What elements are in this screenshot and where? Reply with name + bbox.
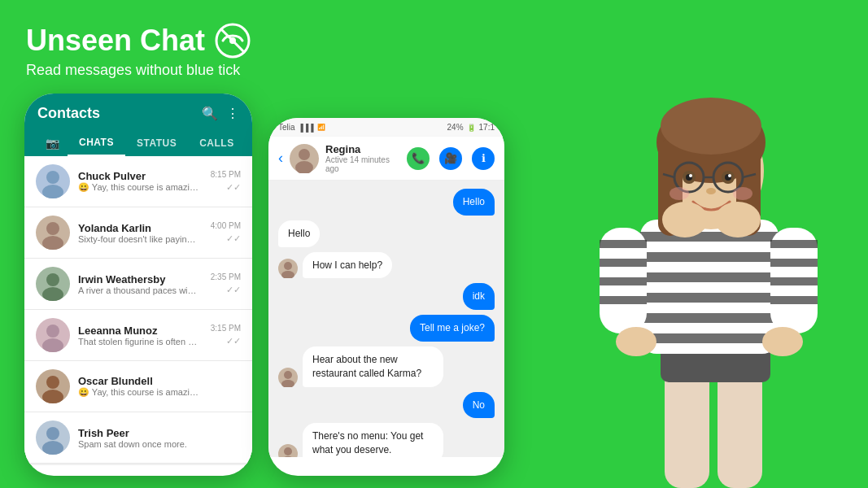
- search-icon[interactable]: 🔍: [202, 106, 218, 121]
- svg-point-4: [42, 185, 63, 198]
- phone-right: Telia ▐▐▐ 📶 24% 🔋 17:1 ‹ Regina Active 1…: [268, 118, 504, 476]
- svg-point-14: [42, 441, 63, 455]
- check-icon: ✓✓: [226, 182, 241, 193]
- message-bubble: No: [463, 392, 495, 419]
- chat-contact-name: Regina: [325, 143, 400, 155]
- wifi-icon: 📶: [317, 124, 325, 131]
- contact-item[interactable]: Yolanda Karlin Sixty-four doesn't like p…: [24, 207, 252, 259]
- contacts-title: Contacts: [37, 105, 100, 122]
- girl-figure: [559, 57, 868, 488]
- contact-preview: That stolen figurine is often one floor.…: [78, 337, 200, 346]
- avatar: [36, 318, 70, 352]
- svg-point-18: [281, 271, 294, 278]
- message-bubble: idk: [463, 283, 495, 310]
- svg-point-5: [46, 222, 59, 235]
- chat-contact-info: Regina Active 14 minutes ago: [325, 143, 400, 173]
- contact-info: Chuck Pulver 😀 Yay, this course is amazi…: [78, 170, 203, 193]
- svg-point-10: [42, 338, 63, 352]
- svg-point-21: [284, 447, 292, 455]
- svg-point-6: [42, 236, 63, 250]
- check-icon: ✓✓: [226, 336, 241, 346]
- app-subtitle: Read messages without blue tick: [26, 62, 251, 79]
- contact-preview: Spam sat down once more.: [78, 439, 200, 449]
- message-row: Hello: [278, 220, 495, 247]
- svg-rect-40: [770, 259, 818, 267]
- time-text: 17:1: [479, 123, 495, 132]
- contact-info: Trish Peer Spam sat down once more.: [78, 427, 233, 449]
- message-bubble: Hello: [278, 220, 320, 247]
- contact-item[interactable]: Leeanna Munoz That stolen figurine is of…: [24, 310, 252, 361]
- svg-rect-27: [640, 232, 779, 242]
- contact-name: Irwin Weathersby: [78, 273, 203, 285]
- tab-camera[interactable]: 📷: [37, 130, 68, 156]
- contact-meta: 2:35 PM ✓✓: [211, 272, 241, 295]
- svg-rect-31: [640, 313, 779, 323]
- svg-rect-37: [600, 296, 647, 304]
- contact-info: Irwin Weathersby A river a thousand pace…: [78, 273, 203, 295]
- svg-point-9: [46, 325, 59, 338]
- tab-chats[interactable]: CHATS: [68, 130, 125, 156]
- phone-left: Contacts 🔍 ⋮ 📷 CHATS STATUS CALLS Chuck …: [24, 94, 252, 476]
- svg-rect-42: [770, 296, 818, 304]
- small-avatar: [278, 259, 298, 278]
- contact-info: Leeanna Munoz That stolen figurine is of…: [78, 325, 203, 346]
- contact-meta: 8:15 PM ✓✓: [211, 170, 241, 193]
- battery-percent: 24%: [447, 123, 464, 132]
- svg-point-61: [728, 174, 731, 177]
- svg-rect-41: [770, 277, 818, 285]
- video-call-button[interactable]: 🎥: [439, 147, 462, 170]
- svg-point-50: [661, 98, 761, 155]
- contact-preview: A river a thousand paces wide ever st...: [78, 285, 200, 295]
- contact-preview: Sixty-four doesn't like paying taxes.: [78, 234, 200, 244]
- svg-point-62: [706, 188, 716, 194]
- small-avatar: [278, 444, 298, 457]
- info-button[interactable]: ℹ: [472, 147, 495, 170]
- status-bar: Telia ▐▐▐ 📶 24% 🔋 17:1: [268, 118, 504, 137]
- contact-preview: 😀 Yay, this course is amazing !!! 🔥: [78, 387, 200, 398]
- contact-time: 4:00 PM: [211, 221, 241, 230]
- contact-item[interactable]: Oscar Blundell 😀 Yay, this course is ama…: [24, 361, 252, 412]
- svg-point-66: [715, 202, 761, 237]
- message-bubble: How I can help?: [303, 252, 392, 279]
- message-bubble: Hello: [453, 189, 495, 216]
- tab-calls[interactable]: CALLS: [188, 131, 246, 155]
- tab-status[interactable]: STATUS: [125, 131, 188, 155]
- signal-icon: ▐▐▐: [299, 124, 314, 132]
- contact-meta: 4:00 PM ✓✓: [211, 221, 241, 244]
- small-avatar: [278, 368, 298, 387]
- contact-name: Leeanna Munoz: [78, 325, 203, 337]
- avatar: [36, 369, 70, 403]
- contact-time: 8:15 PM: [211, 170, 241, 179]
- message-row: Tell me a joke?: [278, 315, 495, 342]
- svg-point-8: [42, 287, 63, 301]
- contact-item[interactable]: Chuck Pulver 😀 Yay, this course is amazi…: [24, 156, 252, 207]
- svg-point-43: [616, 327, 656, 356]
- more-icon[interactable]: ⋮: [226, 106, 239, 121]
- contact-time: 3:15 PM: [211, 324, 241, 333]
- contact-item[interactable]: Irwin Weathersby A river a thousand pace…: [24, 259, 252, 310]
- app-title-text: Unseen Chat: [26, 24, 205, 58]
- contact-time: 2:35 PM: [211, 272, 241, 281]
- app-title-row: Unseen Chat: [26, 23, 251, 59]
- svg-point-2: [229, 37, 236, 44]
- header-area: Unseen Chat Read messages without blue t…: [26, 23, 251, 79]
- contact-meta: 3:15 PM ✓✓: [211, 324, 241, 346]
- svg-rect-36: [600, 277, 647, 285]
- svg-point-44: [762, 327, 803, 356]
- message-row: Hello: [278, 189, 495, 216]
- chat-avatar: [290, 144, 319, 173]
- contact-info: Yolanda Karlin Sixty-four doesn't like p…: [78, 222, 203, 244]
- battery-icon: 🔋: [467, 124, 476, 132]
- carrier-text: Telia: [278, 123, 295, 132]
- svg-point-60: [689, 174, 692, 177]
- svg-point-15: [299, 149, 310, 160]
- message-bubble: Hear about the new restaurant called Kar…: [303, 346, 443, 387]
- chat-messages: Hello Hello How I can help? idk Tell me …: [268, 181, 504, 457]
- svg-rect-39: [770, 240, 818, 248]
- message-row: How I can help?: [278, 252, 495, 279]
- contact-item[interactable]: Trish Peer Spam sat down once more.: [24, 412, 252, 464]
- phone-call-button[interactable]: 📞: [407, 147, 430, 170]
- check-icon: ✓✓: [226, 285, 241, 295]
- back-button[interactable]: ‹: [278, 150, 283, 167]
- eye-slash-icon: [215, 23, 251, 59]
